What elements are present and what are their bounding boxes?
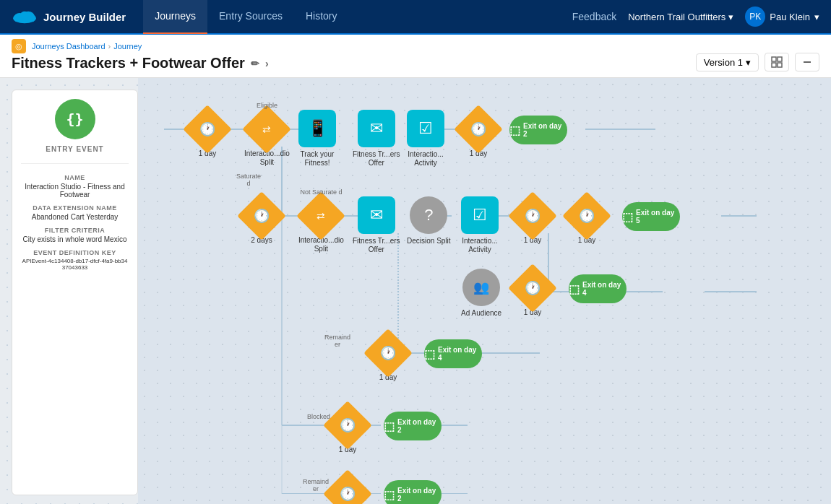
- exit-icon: ⬚: [384, 420, 395, 433]
- nav-right: Feedback Northern Trail Outfitters ▾ PK …: [572, 6, 819, 27]
- name-field-value: Interaction Studio - Fitness and Footwea…: [21, 183, 129, 199]
- exit-button[interactable]: ⬚ Exit on day 4: [569, 274, 627, 303]
- breadcrumb-toolbar: Version 1 ▾: [696, 53, 819, 77]
- avatar: PK: [745, 6, 765, 27]
- split-icon: ⇄: [262, 123, 271, 135]
- tab-entry-sources[interactable]: Entry Sources: [207, 0, 294, 34]
- salesforce-cloud-icon: [12, 8, 38, 25]
- node-interaction-split-r2[interactable]: ⇄ Interactio...dioSplit Not Saturate d: [298, 199, 344, 253]
- decision-icon-node: ?: [410, 196, 447, 234]
- remainder-label-r5: Remainder: [303, 478, 329, 492]
- exit-button[interactable]: ⬚ Exit on day 2: [384, 480, 442, 504]
- node-1day-r3[interactable]: 🕐 1 day: [371, 336, 405, 382]
- clock-icon: 🕐: [254, 208, 270, 224]
- node-exit-day2-r4[interactable]: ⬚ Exit on day 2: [384, 412, 442, 440]
- exit-button[interactable]: ⬚ Exit on day 2: [384, 412, 442, 440]
- node-label: Fitness Tr...ersOffer: [353, 237, 400, 254]
- clock-icon: 🕐: [380, 345, 396, 361]
- node-exit-day2-r1[interactable]: ⬚ Exit on day 2: [509, 116, 567, 144]
- node-1day-r2c[interactable]: 🕐 1 day: [515, 271, 550, 317]
- grid-view-button[interactable]: [765, 53, 789, 71]
- breadcrumb-left: ◎ Journeys Dashboard › Journey Fitness T…: [12, 39, 269, 77]
- node-exit-day2-r5[interactable]: ⬚ Exit on day 2: [384, 480, 442, 504]
- org-selector[interactable]: Northern Trail Outfitters ▾: [628, 12, 733, 22]
- node-1day-r2b[interactable]: 🕐 1 day: [569, 199, 604, 245]
- node-label: Fitness Tr...ersOffer: [353, 150, 400, 168]
- grid-icon: [771, 56, 783, 68]
- exit-label: Exit on day 2: [397, 487, 442, 503]
- clock-icon: 🕐: [199, 121, 215, 137]
- node-activity-r1[interactable]: ☑ Interactio...Activity: [407, 110, 444, 168]
- clock-icon: 🕐: [340, 486, 356, 502]
- exit-label: Exit on day 5: [636, 209, 680, 225]
- entry-event-icon: {}: [55, 99, 95, 139]
- node-1day-r5[interactable]: 🕐 1 day: [330, 477, 365, 504]
- name-field-label: NAME: [64, 174, 85, 181]
- node-ad-audience[interactable]: 👥 Ad Audience: [461, 269, 501, 318]
- clock-icon: 🕐: [525, 208, 541, 224]
- node-2days[interactable]: 🕐 2 days: [244, 199, 279, 245]
- node-track-fitness[interactable]: 📱 Track yourFitness!: [298, 110, 336, 168]
- exit-button[interactable]: ⬚ Exit on day 2: [509, 116, 567, 144]
- main-area: {} ENTRY EVENT NAME Interaction Studio -…: [0, 78, 831, 504]
- activity-icon-node: ☑: [461, 196, 499, 234]
- journey-canvas[interactable]: 🕐 1 day ⇄ Interactio...dioSplit Eligible…: [138, 78, 831, 504]
- remainder-label-r3: Remainder: [324, 334, 350, 348]
- exit-icon: ⬚: [509, 123, 520, 137]
- feedback-link[interactable]: Feedback: [572, 11, 616, 22]
- event-key-value: APIEvent-4c134408-db17-dfcf-4fa9-bb34370…: [21, 258, 129, 271]
- mobile-icon-node: 📱: [298, 110, 336, 147]
- version-selector[interactable]: Version 1 ▾: [696, 53, 759, 71]
- node-exit-day4-r2b[interactable]: ⬚ Exit on day 4: [569, 274, 627, 303]
- exit-label: Exit on day 4: [438, 346, 482, 362]
- node-exit-day5[interactable]: ⬚ Exit on day 5: [622, 202, 680, 231]
- audience-icon-node: 👥: [462, 269, 500, 306]
- node-fitness-offer-r2[interactable]: ✉ Fitness Tr...ersOffer: [353, 196, 400, 254]
- breadcrumb-journey[interactable]: Journey: [113, 42, 142, 51]
- saturated-label: Saturated: [236, 173, 261, 187]
- svg-rect-4: [772, 57, 776, 61]
- tab-journeys[interactable]: Journeys: [143, 0, 207, 34]
- svg-rect-7: [778, 63, 782, 67]
- filter-criteria-label: FILTER CRITERIA: [45, 227, 105, 234]
- data-ext-value: Abandoned Cart Yesterday: [32, 213, 119, 221]
- app-logo: Journey Builder: [12, 8, 126, 25]
- node-label: Interactio...Activity: [408, 150, 443, 168]
- canvas-inner: 🕐 1 day ⇄ Interactio...dioSplit Eligible…: [150, 90, 800, 494]
- page-title: Fitness Trackers + Footwear Offer ✏ ›: [12, 55, 269, 77]
- node-label: Ad Audience: [461, 309, 501, 318]
- chevron-down-icon: ▾: [746, 57, 751, 68]
- activity-icon-node: ☑: [407, 110, 444, 147]
- node-interaction-split-r1[interactable]: ⇄ Interactio...dioSplit Eligible: [244, 112, 290, 167]
- svg-rect-6: [772, 63, 776, 67]
- exit-label: Exit on day 4: [582, 281, 627, 297]
- exit-icon: ⬚: [384, 488, 395, 502]
- email-icon-node: ✉: [358, 110, 395, 147]
- navigate-icon[interactable]: ›: [265, 58, 269, 69]
- tab-history[interactable]: History: [294, 0, 349, 34]
- journey-icon: ◎: [12, 39, 26, 53]
- chevron-down-icon: ▾: [814, 12, 819, 22]
- node-decision-split[interactable]: ? Decision Split: [407, 196, 451, 246]
- zoom-out-button[interactable]: [795, 53, 819, 71]
- node-exit-day4-r3[interactable]: ⬚ Exit on day 4: [424, 339, 482, 368]
- breadcrumb-journeys-dashboard[interactable]: Journeys Dashboard: [32, 42, 106, 51]
- node-fitness-offer-r1[interactable]: ✉ Fitness Tr...ersOffer: [353, 110, 400, 168]
- svg-rect-5: [778, 57, 782, 61]
- node-1day-r1b[interactable]: 🕐 1 day: [461, 112, 496, 158]
- node-activity-r2[interactable]: ☑ Interactio...Activity: [461, 196, 499, 254]
- exit-label: Exit on day 2: [397, 418, 442, 434]
- node-1day-r4[interactable]: 🕐 1 day: [330, 408, 365, 454]
- top-navigation: Journey Builder Journeys Entry Sources H…: [0, 0, 831, 35]
- node-label: Decision Split: [407, 237, 451, 246]
- data-ext-label: DATA EXTENSION NAME: [33, 204, 116, 212]
- minus-icon: [801, 56, 813, 68]
- user-menu[interactable]: PK Pau Klein ▾: [745, 6, 819, 27]
- clock-icon: 🕐: [579, 208, 595, 224]
- exit-button[interactable]: ⬚ Exit on day 4: [424, 339, 482, 368]
- node-1day-r1[interactable]: 🕐 1 day: [190, 112, 225, 158]
- node-1day-r2a[interactable]: 🕐 1 day: [515, 199, 550, 245]
- exit-button[interactable]: ⬚ Exit on day 5: [622, 202, 680, 231]
- filter-criteria-value: City exists in whole word Mexico: [23, 235, 127, 243]
- edit-icon[interactable]: ✏: [251, 58, 259, 69]
